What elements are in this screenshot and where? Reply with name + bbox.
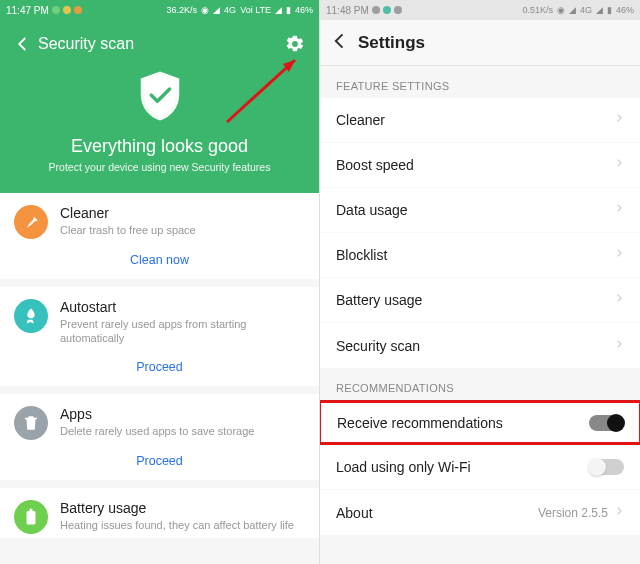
section-label-rec: RECOMMENDATIONS: [320, 368, 640, 400]
chevron-right-icon: [614, 246, 624, 264]
status-dot-icon: [383, 6, 391, 14]
chevron-right-icon: [614, 504, 624, 522]
row-label: About: [336, 505, 373, 521]
settings-row-wifi[interactable]: Load using only Wi-Fi: [320, 445, 640, 490]
battery-card: Battery usage Heating issues found, they…: [0, 488, 319, 538]
feature-settings-list: Cleaner Boost speed Data usage Blocklist…: [320, 98, 640, 368]
toggle-switch[interactable]: [589, 415, 623, 431]
status-dot-icon: [74, 6, 82, 14]
status-bar: 11:48 PM 0.51K/s ◉ ◢ 4G ◢ ▮ 46%: [320, 0, 640, 20]
status-net: 4G: [580, 5, 592, 15]
toggle-switch[interactable]: [590, 459, 624, 475]
status-battery: 46%: [616, 5, 634, 15]
cleaner-card: Cleaner Clear trash to free up space Cle…: [0, 193, 319, 279]
card-title: Autostart: [60, 299, 305, 315]
battery-icon: ▮: [607, 5, 612, 15]
feature-card-list: Cleaner Clear trash to free up space Cle…: [0, 193, 319, 538]
row-label: Security scan: [336, 338, 420, 354]
settings-header: Settings: [320, 20, 640, 66]
settings-row-data[interactable]: Data usage: [320, 188, 640, 233]
battery-icon: [14, 500, 48, 534]
apps-card: Apps Delete rarely used apps to save sto…: [0, 394, 319, 480]
status-bar: 11:47 PM 36.2K/s ◉ ◢ 4G Voi LTE ◢ ▮ 46%: [0, 0, 319, 20]
recommendations-list: Receive recommendations Load using only …: [320, 400, 640, 535]
chevron-right-icon: [614, 111, 624, 129]
proceed-button[interactable]: Proceed: [0, 444, 319, 480]
svg-line-0: [227, 60, 295, 122]
wifi-icon: ◉: [201, 5, 209, 15]
status-speed: 0.51K/s: [522, 5, 553, 15]
back-icon[interactable]: [330, 31, 350, 55]
status-net: 4G: [224, 5, 236, 15]
hero-subheading: Protect your device using new Security f…: [14, 161, 305, 173]
status-time: 11:47 PM: [6, 5, 49, 16]
status-dot-icon: [394, 6, 402, 14]
shield-check-icon: [130, 66, 190, 126]
settings-row-blocklist[interactable]: Blocklist: [320, 233, 640, 278]
settings-row-cleaner[interactable]: Cleaner: [320, 98, 640, 143]
row-label: Cleaner: [336, 112, 385, 128]
arrow-annotation-icon: [217, 50, 307, 130]
card-title: Apps: [60, 406, 305, 422]
page-title: Security scan: [38, 35, 285, 53]
status-dot-icon: [63, 6, 71, 14]
chevron-right-icon: [614, 337, 624, 355]
card-subtitle: Heating issues found, they can affect ba…: [60, 518, 305, 532]
row-label: Load using only Wi-Fi: [336, 459, 471, 475]
settings-row-security[interactable]: Security scan: [320, 323, 640, 368]
signal-icon: ◢: [569, 5, 576, 15]
svg-rect-2: [27, 511, 36, 525]
settings-row-battery[interactable]: Battery usage: [320, 278, 640, 323]
proceed-button[interactable]: Proceed: [0, 350, 319, 386]
status-carrier: Voi LTE: [240, 5, 271, 15]
status-battery: 46%: [295, 5, 313, 15]
gear-icon[interactable]: [285, 34, 305, 54]
card-title: Cleaner: [60, 205, 305, 221]
version-text: Version 2.5.5: [538, 506, 608, 520]
row-label: Blocklist: [336, 247, 387, 263]
hero-panel: Security scan Everything looks good Prot…: [0, 20, 319, 193]
card-subtitle: Delete rarely used apps to save storage: [60, 424, 305, 438]
settings-row-boost[interactable]: Boost speed: [320, 143, 640, 188]
card-title: Battery usage: [60, 500, 305, 516]
autostart-card: Autostart Prevent rarely used apps from …: [0, 287, 319, 386]
signal-icon: ◢: [275, 5, 282, 15]
chevron-right-icon: [614, 156, 624, 174]
status-time: 11:48 PM: [326, 5, 369, 16]
row-label: Boost speed: [336, 157, 414, 173]
signal-icon: ◢: [213, 5, 220, 15]
broom-icon: [14, 205, 48, 239]
wifi-icon: ◉: [557, 5, 565, 15]
svg-marker-1: [283, 60, 295, 72]
card-subtitle: Clear trash to free up space: [60, 223, 305, 237]
chevron-right-icon: [614, 291, 624, 309]
trash-icon: [14, 406, 48, 440]
settings-row-about[interactable]: About Version 2.5.5: [320, 490, 640, 535]
svg-rect-3: [30, 508, 33, 510]
status-dot-icon: [52, 6, 60, 14]
row-label: Receive recommendations: [337, 415, 503, 431]
signal-icon: ◢: [596, 5, 603, 15]
page-title: Settings: [358, 33, 425, 53]
clean-now-button[interactable]: Clean now: [0, 243, 319, 279]
security-scan-screen: 11:47 PM 36.2K/s ◉ ◢ 4G Voi LTE ◢ ▮ 46% …: [0, 0, 320, 564]
hero-heading: Everything looks good: [14, 136, 305, 157]
card-subtitle: Prevent rarely used apps from starting a…: [60, 317, 305, 346]
rocket-icon: [14, 299, 48, 333]
status-speed: 36.2K/s: [167, 5, 198, 15]
settings-row-receive-rec[interactable]: Receive recommendations: [320, 400, 640, 445]
back-icon[interactable]: [14, 35, 32, 53]
battery-icon: ▮: [286, 5, 291, 15]
settings-screen: 11:48 PM 0.51K/s ◉ ◢ 4G ◢ ▮ 46% Settings…: [320, 0, 640, 564]
status-dot-icon: [372, 6, 380, 14]
row-label: Data usage: [336, 202, 408, 218]
chevron-right-icon: [614, 201, 624, 219]
row-label: Battery usage: [336, 292, 422, 308]
section-label-feature: FEATURE SETTINGS: [320, 66, 640, 98]
